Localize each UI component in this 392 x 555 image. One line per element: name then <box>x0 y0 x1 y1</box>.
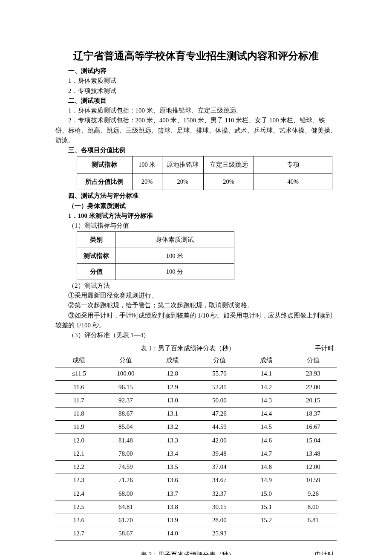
table-cell: 39.48 <box>196 447 243 460</box>
table-cell: 13.6 <box>149 474 196 487</box>
table-row: 12.468.0013.732.3715.09.26 <box>55 487 337 500</box>
table-cell: 13.3 <box>149 434 196 447</box>
table-cell: 12.0 <box>55 434 102 447</box>
col-b2: 分值 <box>196 354 243 367</box>
table-cell: 28.00 <box>196 514 243 527</box>
table-cell: 18.37 <box>290 407 337 420</box>
table-cell: 14.8 <box>243 460 290 474</box>
table-cell: 12.6 <box>55 514 102 527</box>
table-cell: 37.04 <box>196 460 243 474</box>
table-cell: 50.00 <box>196 394 243 407</box>
table-cell: 14.6 <box>243 434 290 447</box>
page-title: 辽宁省普通高等学校体育专业招生测试内容和评分标准 <box>55 48 337 64</box>
prop-r1-c1: 100 米 <box>132 156 162 173</box>
col-b1: 分值 <box>102 354 149 367</box>
table-cell: 12.4 <box>55 487 102 500</box>
table-cell: 14.1 <box>243 367 290 380</box>
cat-r1-v: 身体素质测试 <box>115 232 234 248</box>
table-cell: ≤11.5 <box>55 367 102 380</box>
table-cell: 9.26 <box>290 487 337 500</box>
col-a2: 成绩 <box>149 354 196 367</box>
table-cell: 11.8 <box>55 407 102 420</box>
table-row: 12.758.6714.025.93 <box>55 527 337 540</box>
cat-r2-v: 100 米 <box>115 248 234 263</box>
section-4-sub3: （1）测试指标与分值 <box>55 221 337 231</box>
table-cell: 58.67 <box>102 527 149 540</box>
table-cell: 13.48 <box>290 447 337 460</box>
table-cell: 68.00 <box>102 487 149 500</box>
table-cell: 13.9 <box>149 514 196 527</box>
table-cell: 78.00 <box>102 447 149 460</box>
method-3: ③如采用手计时，手计时成绩应判读到较差的 1/10 秒。如采用电计时，应从终点图… <box>55 311 337 331</box>
method-heading: （2）测试方法 <box>55 281 337 291</box>
cat-r3-l: 分值 <box>77 264 115 280</box>
table-cell: 13.5 <box>149 460 196 474</box>
table-row: ≤11.5100.0012.855.7014.123.93 <box>55 367 337 380</box>
table-cell: 15.2 <box>243 514 290 527</box>
prop-r1-c4: 专项 <box>254 156 332 173</box>
table-cell: 8.00 <box>290 500 337 514</box>
prop-r2-c4: 40% <box>254 173 332 190</box>
table-cell: 92.37 <box>102 394 149 407</box>
section-4-heading: 四、测试方法与评分标准 <box>55 191 337 201</box>
prop-r1-c2: 原地推铅球 <box>162 156 203 173</box>
table-row: 11.792.3713.050.0014.320.15 <box>55 394 337 407</box>
table-row: 12.178.0013.439.4814.713.48 <box>55 447 337 460</box>
table-cell: 14.7 <box>243 447 290 460</box>
proportion-table: 测试指标 100 米 原地推铅球 立定三级跳远 专项 所占分值比例 20% 20… <box>77 156 332 190</box>
table-cell: 12.7 <box>55 527 102 540</box>
table-cell: 13.4 <box>149 447 196 460</box>
table-cell: 100.00 <box>102 367 149 380</box>
table-cell: 71.26 <box>102 474 149 487</box>
table2-header: 表 2：男子百米成绩评分表（秒） 电计时 <box>55 550 337 555</box>
table-cell: 13.7 <box>149 487 196 500</box>
table-cell: 11.9 <box>55 420 102 434</box>
col-b3: 分值 <box>290 354 337 367</box>
method-1: ①采用最新田径竞赛规则进行。 <box>55 291 337 301</box>
table-cell: 85.04 <box>102 420 149 434</box>
table2-title: 表 2：男子百米成绩评分表（秒） <box>141 550 235 555</box>
table-row: 11.985.0413.244.5914.516.67 <box>55 420 337 434</box>
col-a3: 成绩 <box>243 354 290 367</box>
score-table-header-row: 成绩 分值 成绩 分值 成绩 分值 <box>55 354 337 367</box>
table-cell: 32.37 <box>196 487 243 500</box>
std-heading: （3）评分标准（见表 1—4） <box>55 330 337 340</box>
prop-r2-c1: 20% <box>132 173 162 190</box>
table-row: 12.274.5913.537.0414.812.00 <box>55 460 337 474</box>
table-cell <box>243 527 290 540</box>
prop-r1-label: 测试指标 <box>77 156 133 173</box>
prop-r2-label: 所占分值比例 <box>77 173 133 190</box>
table-cell: 55.70 <box>196 367 243 380</box>
table-cell: 20.15 <box>290 394 337 407</box>
table-cell: 12.5 <box>55 500 102 514</box>
table-cell: 14.2 <box>243 381 290 394</box>
table-cell: 34.67 <box>196 474 243 487</box>
section-4-sub2: 1．100 米测试方法与评分标准 <box>55 211 337 221</box>
table-row: 11.696.1512.952.8114.222.00 <box>55 381 337 394</box>
section-2-p2: 2．专项技术测试包括：200 米、400 米、1500 米、男子 110 米栏、… <box>55 116 337 145</box>
prop-r1-c3: 立定三级跳远 <box>203 156 254 173</box>
table-cell: 47.26 <box>196 407 243 420</box>
table-cell: 13.0 <box>149 394 196 407</box>
table-cell: 81.48 <box>102 434 149 447</box>
table-cell: 14.3 <box>243 394 290 407</box>
cat-r2-l: 测试指标 <box>77 248 115 263</box>
table-cell: 11.7 <box>55 394 102 407</box>
table-cell: 42.00 <box>196 434 243 447</box>
score-table-1: 成绩 分值 成绩 分值 成绩 分值 ≤11.5100.0012.855.7014… <box>55 354 337 541</box>
table-cell: 15.04 <box>290 434 337 447</box>
method-2: ②第一次起跑犯规，给予警告；第二次起跑犯规，取消测试资格。 <box>55 301 337 310</box>
table-cell: 12.8 <box>149 367 196 380</box>
table-row: 12.081.4813.342.0014.615.04 <box>55 434 337 447</box>
table-cell: 14.0 <box>149 527 196 540</box>
table-cell <box>290 527 337 540</box>
table-cell: 16.67 <box>290 420 337 434</box>
table-cell: 14.4 <box>243 407 290 420</box>
table-cell: 12.1 <box>55 447 102 460</box>
cat-r3-v: 100 分 <box>115 264 234 280</box>
section-1-item-1: 1．身体素质测试 <box>55 76 337 86</box>
table-cell: 30.15 <box>196 500 243 514</box>
table-cell: 25.93 <box>196 527 243 540</box>
table-cell: 10.59 <box>290 474 337 487</box>
section-2-heading: 二、测试项目 <box>55 96 337 106</box>
